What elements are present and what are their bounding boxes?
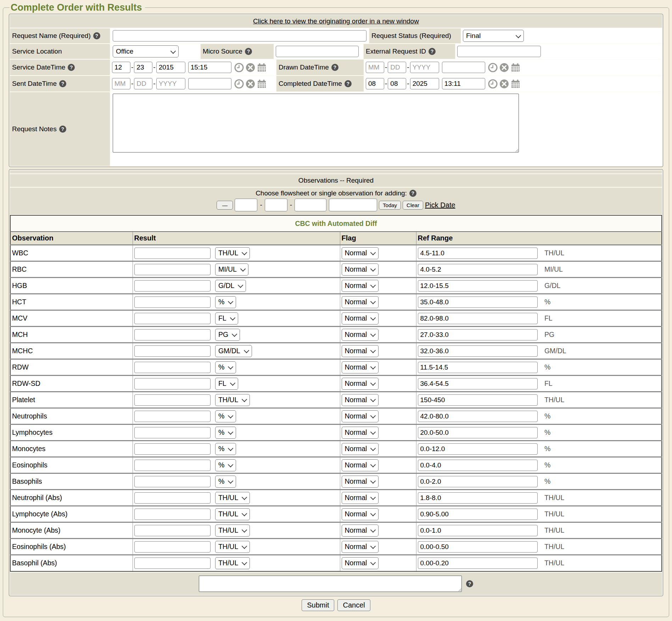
result-input[interactable] (134, 443, 211, 455)
sent-time-input[interactable] (188, 78, 231, 89)
calendar-icon[interactable] (257, 63, 267, 72)
chooser-time-input[interactable] (329, 199, 377, 211)
result-unit-select[interactable]: % (215, 476, 236, 488)
flag-select[interactable]: Normal (342, 557, 379, 569)
result-input[interactable] (134, 427, 211, 438)
result-input[interactable] (134, 313, 211, 324)
result-input[interactable] (134, 329, 211, 340)
result-input[interactable] (134, 492, 211, 504)
result-unit-select[interactable]: G/DL (215, 280, 246, 292)
flag-select[interactable]: Normal (342, 361, 379, 373)
flag-select[interactable]: Normal (342, 508, 379, 520)
completed-time-input[interactable] (442, 78, 485, 89)
result-unit-select[interactable]: TH/UL (215, 525, 250, 537)
ref-range-input[interactable] (418, 476, 538, 487)
ref-range-input[interactable] (418, 280, 538, 292)
today-button[interactable]: Today (379, 201, 401, 210)
request-status-select[interactable]: Final (463, 30, 524, 42)
result-input[interactable] (134, 362, 211, 373)
calendar-icon[interactable] (257, 79, 267, 89)
ref-range-input[interactable] (418, 427, 538, 438)
sent-date-year-input[interactable] (156, 78, 185, 89)
result-input[interactable] (134, 394, 211, 406)
flag-select[interactable]: Normal (342, 280, 379, 292)
result-unit-select[interactable]: TH/UL (215, 394, 250, 406)
pick-date-link[interactable]: Pick Date (425, 201, 455, 209)
flag-select[interactable]: Normal (342, 410, 379, 422)
ref-range-input[interactable] (418, 362, 538, 373)
result-unit-select[interactable]: % (215, 296, 236, 308)
calendar-icon[interactable] (511, 63, 520, 72)
clear-icon[interactable] (499, 63, 509, 72)
result-unit-select[interactable]: TH/UL (215, 508, 250, 520)
result-unit-select[interactable]: GM/DL (215, 345, 252, 357)
service-time-input[interactable] (188, 62, 231, 73)
result-input[interactable] (134, 558, 211, 569)
result-input[interactable] (134, 541, 211, 553)
request-name-input[interactable] (113, 30, 366, 41)
flag-select[interactable]: Normal (342, 459, 379, 471)
flag-select[interactable]: Normal (342, 476, 379, 488)
drawn-time-input[interactable] (442, 62, 485, 73)
result-input[interactable] (134, 280, 211, 292)
result-unit-select[interactable]: % (215, 361, 236, 373)
service-date-month-input[interactable] (112, 62, 130, 73)
service-location-select[interactable]: Office (113, 45, 179, 57)
ref-range-input[interactable] (418, 296, 538, 308)
external-request-id-input[interactable] (457, 46, 541, 57)
result-input[interactable] (134, 378, 211, 389)
clear-icon[interactable] (246, 79, 255, 89)
result-input[interactable] (134, 460, 211, 471)
flag-select[interactable]: Normal (342, 378, 379, 390)
request-notes-textarea[interactable] (113, 94, 519, 153)
result-input[interactable] (134, 411, 211, 422)
result-unit-select[interactable]: FL (215, 312, 238, 325)
result-unit-select[interactable]: TH/UL (215, 492, 250, 504)
result-unit-select[interactable]: % (215, 427, 236, 439)
result-input[interactable] (134, 525, 211, 536)
ref-range-input[interactable] (418, 525, 538, 536)
calendar-icon[interactable] (511, 79, 520, 89)
flag-select[interactable]: Normal (342, 525, 379, 537)
result-input[interactable] (134, 509, 211, 520)
ref-range-input[interactable] (418, 492, 538, 504)
drawn-date-year-input[interactable] (410, 62, 439, 73)
drawn-date-day-input[interactable] (388, 62, 406, 73)
result-unit-select[interactable]: % (215, 443, 236, 455)
chooser-month-input[interactable] (235, 199, 257, 211)
clock-icon[interactable] (488, 63, 498, 72)
clock-icon[interactable] (488, 79, 498, 89)
clear-icon[interactable] (246, 63, 255, 72)
sent-date-day-input[interactable] (134, 78, 152, 89)
clock-icon[interactable] (234, 63, 244, 72)
flag-select[interactable]: Normal (342, 312, 379, 325)
ref-range-input[interactable] (418, 509, 538, 520)
ref-range-input[interactable] (418, 313, 538, 324)
clear-icon[interactable] (499, 79, 509, 89)
collapse-button[interactable]: — (217, 201, 233, 210)
flag-select[interactable]: Normal (342, 427, 379, 439)
clock-icon[interactable] (234, 79, 244, 89)
result-unit-select[interactable]: % (215, 459, 236, 471)
result-unit-select[interactable]: MI/UL (215, 264, 248, 276)
completed-date-day-input[interactable] (388, 78, 406, 89)
service-date-day-input[interactable] (134, 62, 152, 73)
ref-range-input[interactable] (418, 558, 538, 569)
flag-select[interactable]: Normal (342, 247, 379, 259)
clear-button[interactable]: Clear (403, 201, 423, 210)
result-input[interactable] (134, 476, 211, 487)
result-unit-select[interactable]: TH/UL (215, 557, 250, 569)
ref-range-input[interactable] (418, 460, 538, 471)
result-unit-select[interactable]: PG (215, 329, 240, 341)
result-unit-select[interactable]: FL (215, 378, 238, 390)
result-unit-select[interactable]: TH/UL (215, 247, 250, 259)
flag-select[interactable]: Normal (342, 443, 379, 455)
flag-select[interactable]: Normal (342, 264, 379, 276)
result-input[interactable] (134, 345, 211, 357)
result-input[interactable] (134, 248, 211, 259)
ref-range-input[interactable] (418, 264, 538, 275)
result-unit-select[interactable]: % (215, 410, 236, 422)
chooser-day-input[interactable] (265, 199, 287, 211)
flag-select[interactable]: Normal (342, 394, 379, 406)
result-unit-select[interactable]: TH/UL (215, 541, 250, 553)
